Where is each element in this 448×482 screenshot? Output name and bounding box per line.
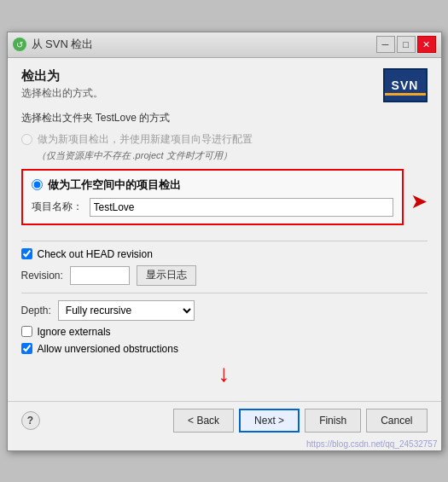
svn-logo-text: SVN	[392, 78, 419, 92]
app-icon: ↺	[13, 38, 26, 51]
ignore-externals-row: Ignore externals	[21, 326, 428, 338]
option1-row: 做为新项目检出，并使用新建项目向导进行配置	[21, 132, 428, 147]
separator2	[21, 293, 428, 293]
depth-row: Depth: Fully recursive Immediate childre…	[21, 300, 428, 321]
cancel-button[interactable]: Cancel	[366, 409, 427, 433]
allow-unversioned-label: Allow unversioned obstructions	[38, 343, 178, 355]
footer: ? < Back Next > Finish Cancel	[8, 401, 441, 439]
right-arrow-icon: ➤	[410, 189, 428, 213]
project-name-label: 项目名称：	[32, 200, 83, 214]
section-title: 检出为	[21, 68, 103, 84]
option2-label: 做为工作空间中的项目检出	[48, 177, 181, 193]
maximize-button[interactable]: □	[397, 36, 416, 53]
revision-input[interactable]	[70, 266, 130, 285]
close-button[interactable]: ✕	[417, 36, 436, 53]
allow-unversioned-row: Allow unversioned obstructions	[21, 343, 428, 355]
show-log-button[interactable]: 显示日志	[137, 265, 196, 286]
option2-radio[interactable]	[32, 179, 43, 190]
svn-logo-underline	[385, 93, 426, 96]
project-name-input[interactable]	[90, 198, 393, 217]
title-buttons: ─ □ ✕	[376, 36, 436, 53]
main-window: ↺ 从 SVN 检出 ─ □ ✕ 检出为 选择检出的方式。 SVN 选择检出文件…	[7, 32, 442, 451]
depth-label: Depth:	[21, 305, 51, 316]
section-subtitle: 选择检出的方式。	[21, 86, 103, 101]
revision-row: Revision: 显示日志	[21, 265, 428, 286]
ignore-externals-label: Ignore externals	[38, 326, 111, 338]
option2-container: 做为工作空间中的项目检出 项目名称： ➤	[21, 169, 428, 234]
title-bar: ↺ 从 SVN 检出 ─ □ ✕	[8, 32, 441, 58]
header-row: 检出为 选择检出的方式。 SVN	[21, 68, 428, 111]
footer-left: ?	[21, 411, 40, 430]
window-title: 从 SVN 检出	[32, 37, 94, 52]
content-area: 检出为 选择检出的方式。 SVN 选择检出文件夹 TestLove 的方式 做为…	[8, 58, 441, 401]
option1-label: 做为新项目检出，并使用新建项目向导进行配置	[38, 132, 253, 147]
folder-section-label: 选择检出文件夹 TestLove 的方式	[21, 111, 428, 125]
project-name-row: 项目名称：	[32, 198, 393, 217]
head-revision-row: Check out HEAD revision	[21, 248, 428, 260]
down-arrow-icon: ↓	[21, 360, 428, 387]
help-button[interactable]: ?	[21, 411, 40, 430]
head-revision-label: Check out HEAD revision	[38, 248, 153, 260]
option2-box: 做为工作空间中的项目检出 项目名称：	[21, 169, 404, 225]
revision-label: Revision:	[21, 270, 63, 282]
svn-logo: SVN	[383, 68, 428, 102]
footer-buttons: < Back Next > Finish Cancel	[173, 409, 427, 433]
back-button[interactable]: < Back	[173, 409, 234, 433]
watermark-text: https://blog.csdn.net/qq_24532757	[8, 439, 441, 450]
option1-radio[interactable]	[21, 134, 32, 145]
allow-unversioned-checkbox[interactable]	[21, 343, 32, 354]
next-button[interactable]: Next >	[239, 409, 300, 433]
head-revision-checkbox[interactable]	[21, 248, 32, 259]
title-bar-left: ↺ 从 SVN 检出	[13, 37, 94, 52]
option1-note: （仅当资源库中不存在 .project 文件时才可用）	[37, 149, 428, 162]
finish-button[interactable]: Finish	[305, 409, 361, 433]
option2-row: 做为工作空间中的项目检出	[32, 177, 393, 193]
header-info: 检出为 选择检出的方式。	[21, 68, 103, 111]
ignore-externals-checkbox[interactable]	[21, 326, 32, 337]
separator1	[21, 241, 428, 241]
minimize-button[interactable]: ─	[376, 36, 395, 53]
depth-select[interactable]: Fully recursive Immediate children Only …	[58, 300, 195, 321]
